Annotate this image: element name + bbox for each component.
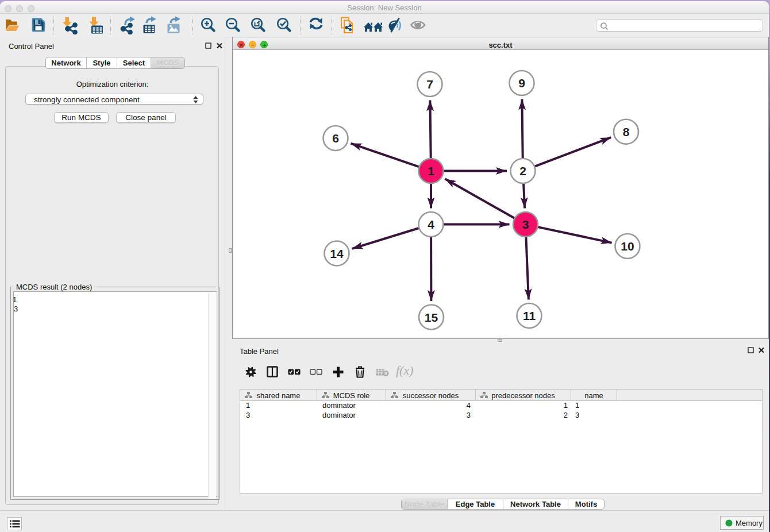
svg-text:4: 4 (428, 218, 434, 231)
svg-text:6: 6 (332, 132, 339, 145)
svg-text:11: 11 (523, 309, 536, 322)
svg-text:9: 9 (518, 76, 525, 90)
svg-text:8: 8 (623, 125, 630, 138)
svg-text:14: 14 (330, 247, 344, 260)
svg-text:10: 10 (621, 240, 634, 253)
svg-text:1: 1 (428, 164, 434, 178)
svg-text:3: 3 (522, 218, 529, 231)
svg-text:15: 15 (425, 311, 438, 324)
svg-text:7: 7 (426, 78, 433, 91)
svg-text:2: 2 (519, 164, 526, 178)
